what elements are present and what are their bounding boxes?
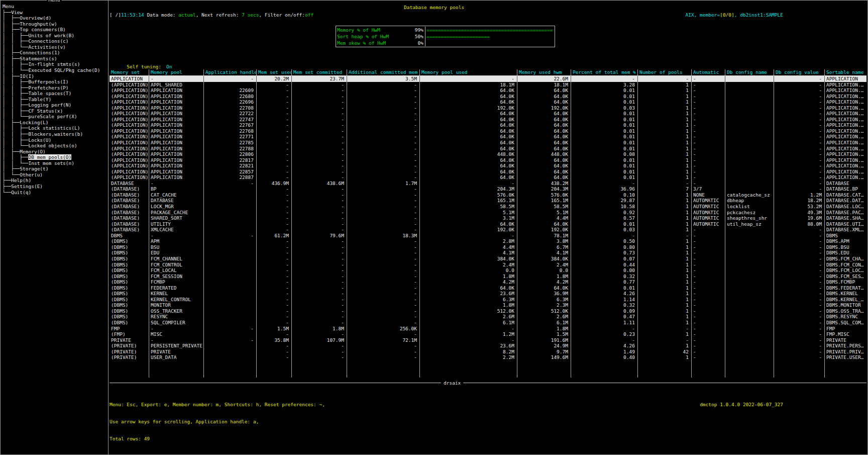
menu-item[interactable]: │ │ ├──Logging perf(N) [3, 102, 107, 108]
menu-item[interactable]: │ │ └──Inst mem sets(n) [3, 160, 107, 166]
menu-item[interactable]: │ ├──Locking(L) [3, 120, 107, 126]
table-cell: - [347, 291, 420, 297]
table-cell: 576.0K [517, 192, 571, 198]
table-cell: - [257, 354, 292, 360]
table-row[interactable]: (DBMS)FCM_CONTROL---2.4M2.4M0.441--DBMS.… [110, 262, 866, 268]
table-row[interactable]: (APPLICATION)APPL_SHARED---18.1M18.1M3.2… [110, 82, 866, 88]
menu-item[interactable]: │ │ ├──CF Status(x) [3, 108, 107, 114]
table-row[interactable]: (DATABASE)SHARED_SORT---3.1M4.4M0.571AUT… [110, 215, 866, 221]
table-row[interactable]: (DBMS)RESYNC---2.6M2.6M0.471--DBMS.RESYN… [110, 314, 866, 320]
menu-item[interactable]: │ ├──Memory(O) [3, 149, 107, 155]
menu-item[interactable]: │ │ ├──Lock statistics(L) [3, 125, 107, 131]
menu-item[interactable]: │ │ ├──Units of work(B) [3, 33, 107, 39]
table-cell [149, 372, 204, 378]
table-row[interactable]: (DBMS)EDU---4.1M4.1M0.731--DBMS.EDU [110, 250, 866, 256]
menu-item[interactable]: └──Quit(q) [3, 190, 107, 196]
menu-item[interactable]: │ ├──Connections(1) [3, 50, 107, 56]
table-cell: - [420, 337, 517, 343]
table-row[interactable]: (DBMS)FCM_LOCAL---0.00.00.001--DBMS.FCM_… [110, 267, 866, 274]
table-row[interactable]: (APPLICATION)APPLICATION22817---64.0K64.… [110, 157, 866, 163]
table-row[interactable]: (APPLICATION)APPLICATION22771---64.0K64.… [110, 134, 866, 140]
table-row[interactable]: (FMP)MISC---1.2M1.5M0.231--FMP.MISC [110, 331, 866, 337]
table-cell [204, 366, 257, 372]
table-row[interactable]: (APPLICATION)APPLICATION22887---64.0K64.… [110, 174, 866, 180]
menu-item[interactable]: │ └──Other(u) [3, 172, 107, 178]
table-row[interactable]: PRIVATE--35.8M107.9M72.1M-191.6M----PRIV… [110, 337, 866, 343]
table-row[interactable]: (PRIVATE)PERSISTENT_PRIVATE---23.6M24.9M… [110, 343, 866, 349]
table-row[interactable]: APPLICATION--20.2M23.7M3.5M-22.6M----APP… [110, 76, 866, 82]
table-row[interactable]: (PRIVATE)PRIVATE---8.2M9.7M1.4942--PRIVA… [110, 349, 866, 355]
menu-item[interactable]: │ │ └──Activities(v) [3, 44, 107, 50]
menu-item[interactable]: │ │ ├──Table(Y) [3, 97, 107, 103]
menu-item[interactable]: │ │ ├──Blockers,waiters(b) [3, 131, 107, 137]
table-row[interactable]: (DBMS)FCM_CHANNEL---384.0K384.0K0.071--D… [110, 256, 866, 262]
table-row[interactable]: (DATABASE)CAT_CACHE---576.0K576.0K0.101N… [110, 192, 866, 198]
table-row[interactable]: (APPLICATION)APPLICATION22857---64.0K64.… [110, 169, 866, 175]
table-row[interactable]: (DBMS)KERNEL_CONTROL---6.3M6.3M1.141--DB… [110, 297, 866, 303]
table-row[interactable]: (DATABASE)PACKAGE_CACHE---5.1M5.1M0.921A… [110, 210, 866, 216]
table-row[interactable]: (APPLICATION)APPLICATION22747---64.0K64.… [110, 117, 866, 123]
table-row[interactable]: (APPLICATION)APPLICATION22821---64.0K64.… [110, 163, 866, 169]
table-row[interactable]: (APPLICATION)APPLICATION22708---192.0K19… [110, 105, 866, 111]
table-row[interactable]: (DBMS)SQL_COMPILER---6.1M6.1M1.111--DBMS… [110, 320, 866, 326]
table-row[interactable]: (DBMS)FEDERATED---64.0K64.0K0.011--DBMS.… [110, 285, 866, 291]
table-row[interactable]: (APPLICATION)APPLICATION22722---64.0K64.… [110, 111, 866, 117]
table-row[interactable]: (DBMS)FCM_SESSION---1.8M1.8M0.321--DBMS.… [110, 274, 866, 280]
table-row[interactable]: (DBMS)OSS_TRACKER---512.0K512.0K0.091--D… [110, 308, 866, 314]
table-row[interactable]: (APPLICATION)APPLICATION22609---64.0K64.… [110, 87, 866, 94]
table-cell: - [347, 163, 420, 169]
table-row[interactable]: (APPLICATION)APPLICATION22767---64.0K64.… [110, 122, 866, 128]
menu-item[interactable]: │ │ └──Locked objects(o) [3, 143, 107, 149]
table-row[interactable]: (DBMS)APM---2.8M3.8M0.501--DBMS.APM [110, 238, 866, 244]
menu-item[interactable]: │ │ ├──Bufferpools(I) [3, 79, 107, 85]
menu-item[interactable]: │ ├──Storage(t) [3, 166, 107, 172]
menu-item[interactable]: │ │ └──Executed SQL/Pkg cache(D) [3, 67, 107, 73]
menu-item-label: Settings(E) [11, 184, 43, 189]
table-cell: - [292, 297, 347, 303]
table-row[interactable]: (DATABASE)XMLCACHE---192.0K192.0K0.031--… [110, 227, 866, 233]
table-row[interactable]: (DATABASE)LOCK_MGR---58.5M58.5M10.581AUT… [110, 204, 866, 210]
table-row[interactable]: (APPLICATION)APPLICATION22785---64.0K64.… [110, 140, 866, 146]
menu-item[interactable]: │ ├──Statements(s) [3, 56, 107, 62]
menu-item[interactable]: │ │ ├──Table spaces(T) [3, 90, 107, 97]
menu-item[interactable]: │ │ ├──In-flight stmts(s) [3, 61, 107, 67]
table-row[interactable]: (APPLICATION)APPLICATION22680---64.0K64.… [110, 94, 866, 100]
menu-item[interactable]: │ ├──Top consumers(B) [3, 27, 107, 33]
table-cell: AUTOMATIC [692, 210, 725, 216]
table-row[interactable]: (DBMS)KERNEL---23.6M36.9M4.261--DBMS.KER… [110, 291, 866, 297]
table-row[interactable]: (PRIVATE)USER_DATA---2.2M149.6M0.401--PR… [110, 354, 866, 360]
table-row[interactable]: (DBMS)FCMBP---4.2M4.2M0.771--DBMS.FCMBP [110, 279, 866, 285]
table-row[interactable]: (APPLICATION)APPLICATION22696---64.0K64.… [110, 99, 866, 105]
menu-item[interactable]: ├──Help(h) [3, 177, 107, 184]
menu-item[interactable]: ├──Settings(E) [3, 184, 107, 190]
menu-item[interactable]: │ │ └──pureScale perf(X) [3, 114, 107, 120]
table-cell: - [292, 320, 347, 326]
table-row[interactable]: DBMS--61.2M79.6M18.3M-78.1M----DBMS [110, 233, 866, 239]
menu-item[interactable]: │ │ ├──DB mem pools(O) [3, 154, 107, 160]
table-row[interactable]: (APPLICATION)APPLICATION22806---448.0K44… [110, 151, 866, 157]
table-cell: - [347, 204, 420, 210]
table-row[interactable]: (DATABASE)UTILITY---64.0K64.0K0.011AUTOM… [110, 221, 866, 227]
table-row[interactable]: (DATABASE)DATABASE---165.1M165.1M29.871A… [110, 198, 866, 204]
menu-item[interactable]: Menu [3, 4, 107, 10]
table-row[interactable]: (DATABASE)BP---204.3M204.3M36.9673/7-DAT… [110, 186, 866, 192]
menu-item[interactable]: │ ├──IO(I) [3, 73, 107, 79]
menu-item[interactable]: │ ├──Throughput(w) [3, 21, 107, 27]
menu-item[interactable]: │ │ ├──Prefetchers(P) [3, 85, 107, 91]
table-cell: 64.0K [420, 117, 517, 123]
table-cell: AUTOMATIC [692, 215, 725, 221]
table-row[interactable]: (DBMS)BSU---4.4M6.7M0.801--DBMS.BSU [110, 244, 866, 250]
table-row[interactable]: (APPLICATION)APPLICATION22788---64.0K64.… [110, 146, 866, 152]
menu-item[interactable]: │ ├──Overview(d) [3, 15, 107, 21]
menu-item[interactable]: │ │ ├──Locks(U) [3, 137, 107, 143]
table-cell: 64.0K [517, 111, 571, 117]
table-row[interactable]: (APPLICATION)APPLICATION22768---64.0K64.… [110, 128, 866, 134]
empty-row [110, 360, 866, 367]
table-cell: DBMS.FCM_CHA… [825, 256, 866, 262]
table-row[interactable]: FMP--1.5M1.8M256.0K-1.8M----FMP [110, 326, 866, 332]
table-row[interactable]: (DBMS)MONITOR---1.8M2.3M0.321--DBMS.MONI… [110, 302, 866, 308]
menu-item[interactable]: ├──View [3, 10, 107, 16]
menu-item[interactable]: │ │ ├──Connections(c) [3, 38, 107, 44]
table-row[interactable]: DATABASE--436.9M438.6M1.7M-438.2M----DAT… [110, 180, 866, 187]
status-segment: , Filter on/off: [259, 12, 305, 18]
